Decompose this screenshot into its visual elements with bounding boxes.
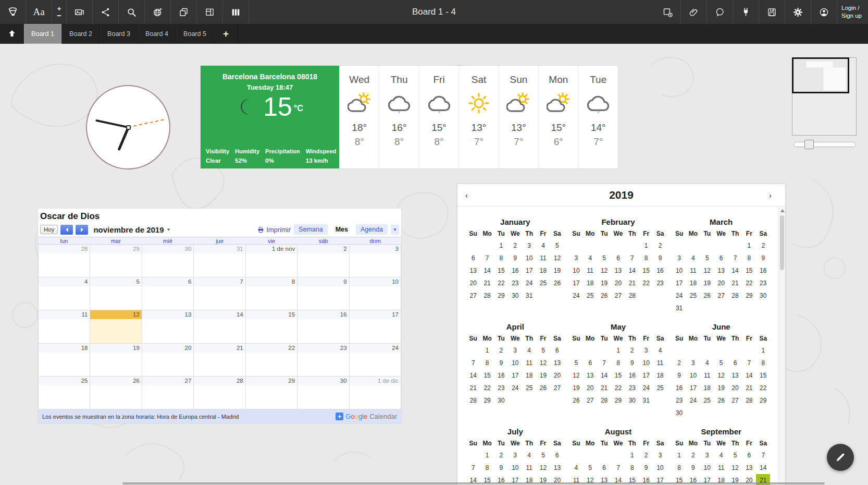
mini-day[interactable] — [466, 344, 480, 357]
mini-day[interactable]: 10 — [672, 264, 686, 277]
mini-day[interactable] — [466, 239, 480, 252]
columns-button[interactable] — [223, 0, 249, 24]
mini-day[interactable]: 16 — [756, 264, 770, 277]
mini-day[interactable]: 5 — [550, 239, 564, 252]
mini-day[interactable]: 7 — [466, 357, 480, 369]
share-button[interactable] — [93, 0, 119, 24]
mini-day[interactable]: 16 — [508, 264, 522, 277]
mini-day[interactable]: 9 — [639, 462, 653, 474]
next-month-button[interactable] — [76, 225, 88, 235]
mini-day[interactable]: 1 — [756, 344, 770, 357]
mini-day[interactable]: 25 — [653, 382, 667, 394]
mini-day[interactable] — [522, 394, 536, 407]
month-dropdown-arrow[interactable]: ▼ — [167, 227, 171, 232]
mini-day[interactable] — [597, 239, 611, 252]
mini-day[interactable]: 15 — [494, 264, 509, 277]
mini-day[interactable]: 11 — [653, 357, 667, 369]
mini-day[interactable]: 6 — [714, 252, 728, 264]
mini-day[interactable]: 4 — [536, 239, 550, 252]
mini-day[interactable]: 9 — [672, 369, 686, 382]
mini-day[interactable]: 9 — [756, 252, 770, 264]
add-board-button[interactable]: + — [214, 24, 238, 44]
mini-day[interactable]: 7 — [625, 252, 639, 264]
mini-day[interactable] — [728, 239, 742, 252]
mini-day[interactable] — [714, 344, 728, 357]
mini-day[interactable]: 13 — [742, 462, 756, 474]
mini-day[interactable]: 28 — [728, 289, 742, 302]
mini-day[interactable]: 25 — [536, 277, 550, 289]
mini-day[interactable]: 17 — [569, 277, 583, 289]
mini-day[interactable]: 8 — [480, 462, 494, 474]
mini-day[interactable]: 7 — [466, 462, 480, 474]
mini-day[interactable]: 2 — [494, 449, 509, 462]
mini-day[interactable]: 20 — [611, 277, 625, 289]
mini-day[interactable] — [686, 239, 700, 252]
mini-day[interactable] — [536, 289, 550, 302]
balloon-button[interactable] — [707, 0, 733, 24]
mini-day[interactable]: 5 — [536, 344, 550, 357]
plug-button[interactable] — [733, 0, 759, 24]
mini-day[interactable]: 30 — [508, 289, 522, 302]
mini-day[interactable]: 13 — [714, 264, 728, 277]
horizontal-scrollbar[interactable] — [122, 482, 825, 484]
mini-day[interactable]: 1 — [480, 449, 494, 462]
mini-day[interactable]: 4 — [569, 462, 583, 474]
text-tool-button[interactable]: Aa — [26, 0, 52, 24]
mini-day[interactable]: 26 — [714, 394, 728, 407]
mini-day[interactable]: 30 — [672, 407, 686, 419]
mini-day[interactable]: 8 — [756, 357, 770, 369]
mini-day[interactable]: 25 — [686, 289, 700, 302]
mini-day[interactable]: 12 — [569, 369, 583, 382]
mini-day[interactable]: 21 — [466, 382, 480, 394]
mini-day[interactable]: 1 — [639, 239, 653, 252]
mini-day[interactable] — [728, 407, 742, 419]
mini-day[interactable]: 22 — [480, 382, 494, 394]
app-logo[interactable] — [0, 0, 26, 24]
tab-board-2[interactable]: Board 2 — [62, 24, 100, 44]
gear-button[interactable] — [785, 0, 811, 24]
mini-day[interactable] — [672, 239, 686, 252]
mini-day[interactable]: 2 — [686, 449, 700, 462]
mini-day[interactable]: 21 — [728, 277, 742, 289]
mini-day[interactable]: 28 — [597, 394, 611, 407]
mini-day[interactable]: 24 — [522, 277, 536, 289]
mini-day[interactable] — [728, 344, 742, 357]
mini-day[interactable]: 22 — [639, 277, 653, 289]
mini-day[interactable] — [569, 449, 583, 462]
mini-day[interactable]: 8 — [494, 252, 509, 264]
mini-day[interactable]: 30 — [494, 394, 509, 407]
mini-day[interactable]: 3 — [672, 252, 686, 264]
mini-day[interactable]: 6 — [742, 449, 756, 462]
mini-day[interactable] — [653, 289, 667, 302]
mini-day[interactable]: 10 — [686, 369, 700, 382]
mini-day[interactable]: 22 — [494, 277, 509, 289]
mini-day[interactable]: 4 — [522, 449, 536, 462]
mini-day[interactable]: 1 — [672, 449, 686, 462]
mini-day[interactable] — [508, 394, 522, 407]
mini-day[interactable] — [597, 449, 611, 462]
mini-day[interactable]: 8 — [672, 462, 686, 474]
mini-day[interactable]: 13 — [611, 264, 625, 277]
mini-day[interactable]: 14 — [728, 264, 742, 277]
mini-day[interactable]: 14 — [756, 462, 770, 474]
mini-day[interactable]: 7 — [742, 357, 756, 369]
new-frame-button[interactable] — [655, 0, 681, 24]
board-canvas[interactable]: Barcelona Barcelona 08018 Tuesday 18:47 … — [0, 44, 868, 485]
mini-day[interactable] — [686, 302, 700, 314]
mini-day[interactable]: 26 — [536, 382, 550, 394]
mini-day[interactable]: 6 — [611, 252, 625, 264]
mini-day[interactable]: 18 — [653, 369, 667, 382]
font-decrease-button[interactable]: − — [57, 12, 61, 19]
mini-day[interactable]: 30 — [756, 289, 770, 302]
mini-day[interactable]: 17 — [672, 277, 686, 289]
mini-day[interactable] — [728, 302, 742, 314]
globe-button[interactable] — [145, 0, 171, 24]
mini-day[interactable]: 5 — [700, 252, 714, 264]
mini-day[interactable]: 12 — [728, 462, 742, 474]
mini-day[interactable]: 31 — [672, 302, 686, 314]
mini-day[interactable]: 13 — [466, 264, 480, 277]
home-button[interactable] — [0, 24, 24, 44]
mini-day[interactable]: 30 — [625, 394, 639, 407]
mini-day[interactable]: 8 — [742, 252, 756, 264]
mini-day[interactable]: 17 — [639, 369, 653, 382]
